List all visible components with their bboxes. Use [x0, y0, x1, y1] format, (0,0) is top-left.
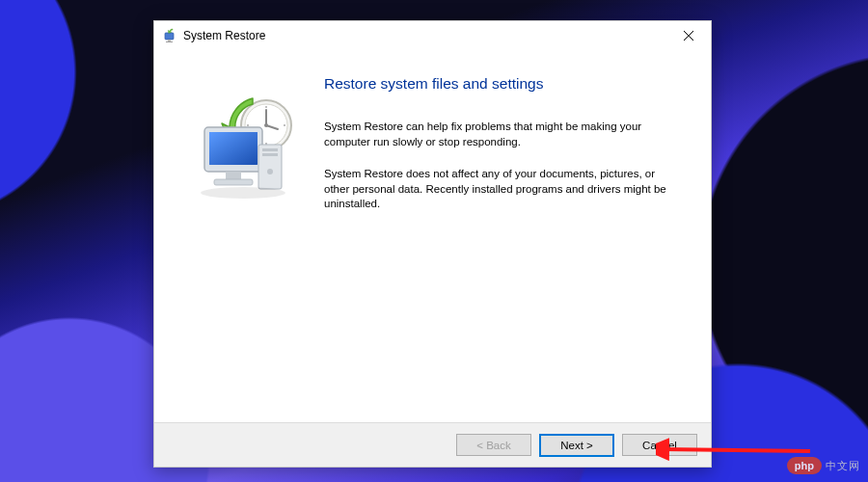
titlebar: System Restore: [154, 21, 711, 50]
svg-rect-2: [166, 41, 173, 42]
svg-rect-0: [165, 33, 174, 40]
description-paragraph-1: System Restore can help fix problems tha…: [324, 120, 671, 149]
system-restore-icon: [162, 28, 177, 43]
watermark-pill: php: [787, 457, 822, 474]
back-button: < Back: [456, 434, 531, 456]
svg-point-13: [284, 124, 285, 126]
desktop-background: System Restore: [0, 0, 868, 482]
description-paragraph-2: System Restore does not affect any of yo…: [324, 167, 671, 212]
svg-point-12: [247, 124, 249, 126]
cancel-button[interactable]: Cancel: [622, 434, 697, 456]
button-bar: < Back Next > Cancel: [154, 422, 711, 467]
watermark-text: 中文网: [826, 459, 860, 473]
watermark: php 中文网: [787, 457, 860, 474]
svg-rect-20: [262, 148, 278, 151]
dialog-body: Restore system files and settings System…: [154, 50, 711, 422]
next-button[interactable]: Next >: [539, 434, 614, 457]
svg-rect-18: [214, 179, 253, 185]
svg-rect-16: [209, 132, 258, 165]
svg-point-23: [201, 187, 285, 199]
svg-point-9: [264, 123, 268, 127]
close-button[interactable]: [668, 22, 709, 49]
svg-rect-21: [262, 153, 278, 156]
svg-point-22: [267, 169, 273, 174]
svg-point-10: [265, 106, 267, 108]
window-title: System Restore: [183, 29, 668, 42]
wizard-illustration: [174, 69, 318, 413]
content-area: Restore system files and settings System…: [318, 69, 688, 413]
page-heading: Restore system files and settings: [324, 75, 688, 93]
svg-rect-17: [226, 172, 241, 179]
svg-rect-1: [168, 40, 171, 41]
system-restore-window: System Restore: [153, 20, 712, 468]
